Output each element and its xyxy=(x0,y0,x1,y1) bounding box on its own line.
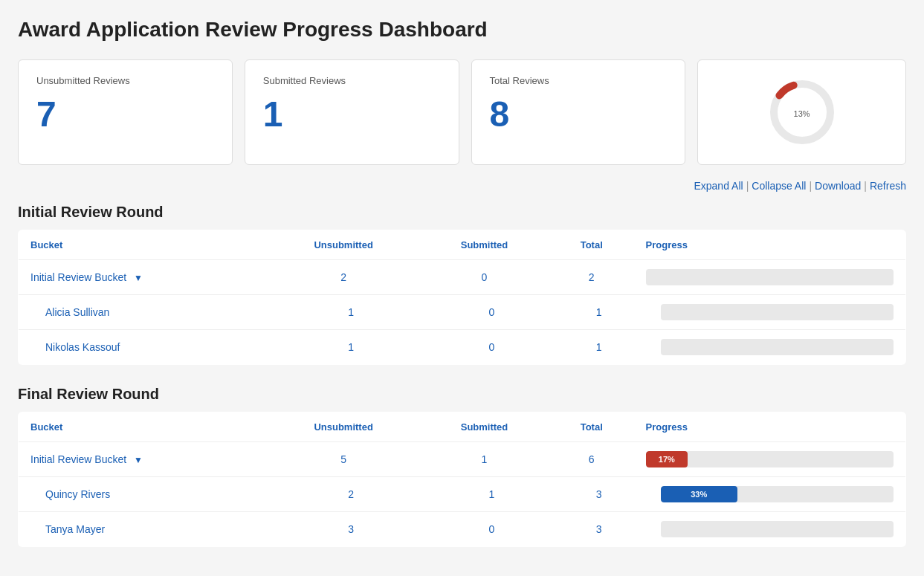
donut-chart: 13% xyxy=(765,75,839,149)
progress-bar-background xyxy=(661,339,894,355)
col-progress-final: Progress xyxy=(634,412,906,442)
col-unsubmitted-initial: Unsubmitted xyxy=(268,230,419,260)
total-label: Total Reviews xyxy=(490,75,668,86)
progress-cell xyxy=(634,260,906,295)
col-unsubmitted-final: Unsubmitted xyxy=(268,412,419,442)
progress-bar-background: 17% xyxy=(646,451,894,467)
unsubmitted-count: 1 xyxy=(268,295,419,330)
donut-percent-label: 13% xyxy=(794,105,810,120)
bucket-name: Initial Review Bucket ▼ xyxy=(19,442,268,477)
unsubmitted-value: 7 xyxy=(36,94,214,135)
refresh-button[interactable]: Refresh xyxy=(870,180,906,192)
submitted-count: 0 xyxy=(419,330,549,365)
toolbar: Expand All | Collapse All | Download | R… xyxy=(18,180,906,192)
unsubmitted-count: 1 xyxy=(268,330,419,365)
final-review-title: Final Review Round xyxy=(18,386,906,403)
unsubmitted-count: 2 xyxy=(268,477,419,512)
submitted-count: 0 xyxy=(419,512,549,547)
total-count: 2 xyxy=(549,260,634,295)
progress-bar-fill: 33% xyxy=(661,486,737,502)
submitted-value: 1 xyxy=(263,94,441,135)
initial-review-table: Bucket Unsubmitted Submitted Total Progr… xyxy=(18,230,906,365)
col-submitted-final: Submitted xyxy=(419,412,549,442)
total-value: 8 xyxy=(490,94,668,135)
chevron-down-icon[interactable]: ▼ xyxy=(134,455,143,465)
table-row: Tanya Mayer303 xyxy=(19,512,906,547)
table-row: Nikolas Kassouf101 xyxy=(19,330,906,365)
progress-cell xyxy=(634,295,906,330)
total-count: 1 xyxy=(549,295,634,330)
unsubmitted-count: 3 xyxy=(268,512,419,547)
progress-bar-background: 33% xyxy=(661,486,894,502)
progress-bar-background xyxy=(661,304,894,320)
total-count: 3 xyxy=(549,477,634,512)
unsubmitted-label: Unsubmitted Reviews xyxy=(36,75,214,86)
initial-review-header: Bucket Unsubmitted Submitted Total Progr… xyxy=(19,230,906,260)
progress-cell xyxy=(634,512,906,547)
reviewer-name[interactable]: Nikolas Kassouf xyxy=(19,330,268,365)
final-review-header: Bucket Unsubmitted Submitted Total Progr… xyxy=(19,412,906,442)
expand-all-button[interactable]: Expand All xyxy=(694,180,743,192)
table-row: Initial Review Bucket ▼202 xyxy=(19,260,906,295)
total-count: 6 xyxy=(549,442,634,477)
reviewer-name[interactable]: Quincy Rivers xyxy=(19,477,268,512)
table-row: Quincy Rivers21333% xyxy=(19,477,906,512)
chevron-down-icon[interactable]: ▼ xyxy=(134,273,143,283)
unsubmitted-count: 2 xyxy=(268,260,419,295)
unsubmitted-reviews-card: Unsubmitted Reviews 7 xyxy=(18,59,233,165)
col-progress-initial: Progress xyxy=(634,230,906,260)
submitted-count: 1 xyxy=(419,442,549,477)
unsubmitted-count: 5 xyxy=(268,442,419,477)
col-bucket-final: Bucket xyxy=(19,412,268,442)
progress-bar-fill: 17% xyxy=(646,451,688,467)
reviewer-name[interactable]: Tanya Mayer xyxy=(19,512,268,547)
bucket-name: Initial Review Bucket ▼ xyxy=(19,260,268,295)
progress-cell: 17% xyxy=(634,442,906,477)
donut-card: 13% xyxy=(697,59,906,165)
reviewer-name[interactable]: Alicia Sullivan xyxy=(19,295,268,330)
submitted-reviews-card: Submitted Reviews 1 xyxy=(245,59,459,165)
submitted-count: 0 xyxy=(419,260,549,295)
total-count: 3 xyxy=(549,512,634,547)
page-title: Award Application Review Progress Dashbo… xyxy=(18,18,906,42)
submitted-label: Submitted Reviews xyxy=(263,75,441,86)
col-total-initial: Total xyxy=(549,230,634,260)
collapse-all-button[interactable]: Collapse All xyxy=(752,180,806,192)
total-count: 1 xyxy=(549,330,634,365)
download-button[interactable]: Download xyxy=(815,180,861,192)
summary-cards: Unsubmitted Reviews 7 Submitted Reviews … xyxy=(18,59,906,165)
col-total-final: Total xyxy=(549,412,634,442)
progress-cell xyxy=(634,330,906,365)
submitted-count: 1 xyxy=(419,477,549,512)
progress-bar-background xyxy=(646,269,894,285)
total-reviews-card: Total Reviews 8 xyxy=(471,59,686,165)
table-row: Initial Review Bucket ▼51617% xyxy=(19,442,906,477)
progress-bar-background xyxy=(661,521,894,537)
progress-cell: 33% xyxy=(634,477,906,512)
col-submitted-initial: Submitted xyxy=(419,230,549,260)
table-row: Alicia Sullivan101 xyxy=(19,295,906,330)
final-review-table: Bucket Unsubmitted Submitted Total Progr… xyxy=(18,412,906,547)
submitted-count: 0 xyxy=(419,295,549,330)
initial-review-title: Initial Review Round xyxy=(18,204,906,221)
col-bucket-initial: Bucket xyxy=(19,230,268,260)
